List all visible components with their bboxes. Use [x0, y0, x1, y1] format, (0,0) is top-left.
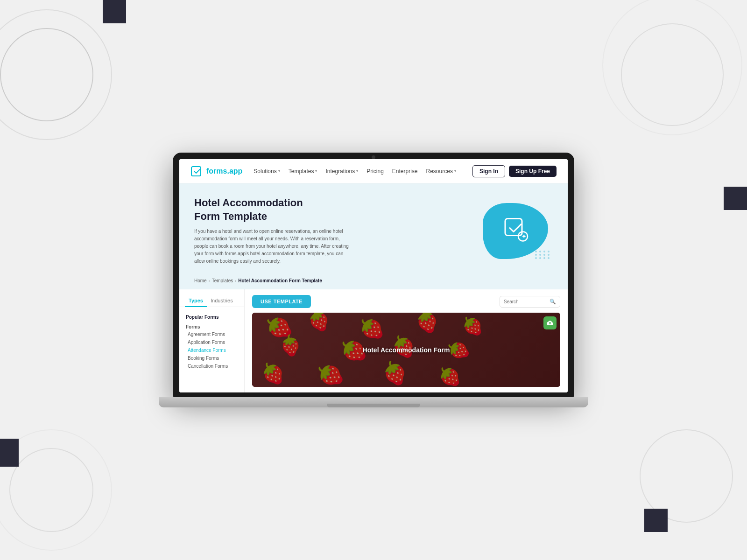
template-toolbar: USE TEMPLATE 🔍	[252, 295, 560, 308]
chevron-down-icon: ▾	[356, 169, 358, 173]
laptop-screen-frame: forms.app Solutions ▾ Templates ▾	[173, 153, 574, 397]
chevron-down-icon: ▾	[315, 169, 317, 173]
tab-industries[interactable]: Industries	[207, 295, 237, 307]
sidebar: Types Industries Popular Forms Forms Agr…	[179, 289, 245, 392]
form-preview-background: 🍓 🍓 🍓 🍓 🍓 🍓 🍓 🍓 🍓 🍓	[252, 313, 560, 387]
form-icon: ✦	[501, 215, 529, 247]
bg-deco-circle	[621, 23, 724, 126]
sidebar-item-agreement-forms[interactable]: Agreement Forms	[179, 330, 244, 338]
search-icon: 🔍	[550, 299, 556, 305]
breadcrumb-templates[interactable]: Templates	[212, 278, 233, 283]
strawberry-icon: 🍓	[462, 316, 483, 336]
nav-templates[interactable]: Templates ▾	[289, 168, 317, 175]
bg-deco-rect	[724, 187, 747, 210]
breadcrumb-sep-2: ›	[235, 279, 236, 283]
hero-content: Hotel AccommodationForm Template If you …	[194, 196, 353, 265]
nav-resources[interactable]: Resources ▾	[426, 168, 456, 175]
sidebar-item-attendance-forms[interactable]: Attendance Forms	[179, 346, 244, 354]
laptop-base	[159, 397, 588, 407]
nav-pricing[interactable]: Pricing	[366, 168, 384, 175]
chevron-down-icon: ▾	[278, 169, 280, 173]
laptop-screen: forms.app Solutions ▾ Templates ▾	[179, 159, 568, 392]
strawberry-icon: 🍓	[412, 313, 442, 336]
sidebar-item-booking-forms[interactable]: Booking Forms	[179, 354, 244, 362]
bg-deco-circle	[602, 0, 742, 135]
sidebar-tabs: Types Industries	[179, 295, 244, 307]
logo[interactable]: forms.app	[190, 165, 242, 178]
hero-section: Hotel AccommodationForm Template If you …	[179, 183, 568, 274]
form-preview-card[interactable]: 🍓 🍓 🍓 🍓 🍓 🍓 🍓 🍓 🍓 🍓	[252, 313, 560, 387]
chevron-down-icon: ▾	[454, 169, 456, 173]
bg-deco-rect	[0, 439, 19, 467]
search-input[interactable]	[504, 299, 547, 304]
logo-icon	[190, 165, 204, 178]
main-content: Types Industries Popular Forms Forms Agr…	[179, 289, 568, 392]
strawberry-icon: 🍓	[261, 362, 286, 385]
sidebar-forms-group: Forms	[179, 323, 244, 330]
laptop-device: forms.app Solutions ▾ Templates ▾	[173, 153, 574, 407]
website-content: forms.app Solutions ▾ Templates ▾	[179, 159, 568, 392]
form-cloud-upload-button[interactable]	[543, 316, 557, 329]
breadcrumb-sep-1: ›	[209, 279, 210, 283]
bg-deco-circle	[0, 28, 93, 121]
breadcrumb-current: Hotel Accommodation Form Template	[238, 278, 322, 283]
sign-in-button[interactable]: Sign In	[472, 165, 505, 177]
laptop-camera	[372, 155, 375, 159]
navbar: forms.app Solutions ▾ Templates ▾	[179, 159, 568, 183]
sidebar-popular-label: Popular Forms	[179, 313, 244, 322]
strawberry-icon: 🍓	[438, 365, 462, 387]
nav-solutions[interactable]: Solutions ▾	[254, 168, 280, 175]
svg-text:✦: ✦	[521, 233, 526, 239]
strawberry-icon: 🍓	[306, 313, 332, 333]
bg-deco-circle	[0, 429, 112, 551]
nav-links: Solutions ▾ Templates ▾ Integrations ▾ P…	[254, 168, 472, 175]
bg-deco-circle	[9, 448, 93, 532]
tab-types[interactable]: Types	[185, 295, 207, 307]
sidebar-item-cancellation-forms[interactable]: Cancellation Forms	[179, 362, 244, 370]
breadcrumb: Home › Templates › Hotel Accommodation F…	[179, 274, 568, 289]
template-area: USE TEMPLATE 🔍 🍓 🍓	[245, 289, 568, 392]
form-preview-title: Hotel Accommodation Form	[363, 346, 450, 354]
bg-deco-rect	[103, 0, 126, 23]
nav-integrations[interactable]: Integrations ▾	[325, 168, 358, 175]
svg-rect-0	[191, 167, 201, 176]
logo-text: forms.app	[206, 167, 242, 175]
sidebar-item-application-forms[interactable]: Application Forms	[179, 338, 244, 346]
search-box[interactable]: 🔍	[500, 296, 560, 308]
bg-deco-circle	[640, 429, 733, 523]
hero-visual: ✦	[478, 198, 553, 264]
use-template-button[interactable]: USE TEMPLATE	[252, 295, 311, 308]
strawberry-icon: 🍓	[381, 359, 410, 387]
hero-decoration-dots	[535, 251, 550, 259]
sign-up-button[interactable]: Sign Up Free	[509, 166, 557, 177]
breadcrumb-home[interactable]: Home	[194, 278, 207, 283]
cloud-upload-icon	[547, 320, 553, 326]
strawberry-icon: 🍓	[314, 359, 346, 387]
hero-description: If you have a hotel and want to open onl…	[194, 228, 353, 265]
bg-deco-circle	[0, 9, 112, 140]
bg-deco-rect	[644, 509, 668, 532]
nav-enterprise[interactable]: Enterprise	[392, 168, 418, 175]
hero-title: Hotel AccommodationForm Template	[194, 196, 353, 223]
nav-actions: Sign In Sign Up Free	[472, 165, 557, 177]
